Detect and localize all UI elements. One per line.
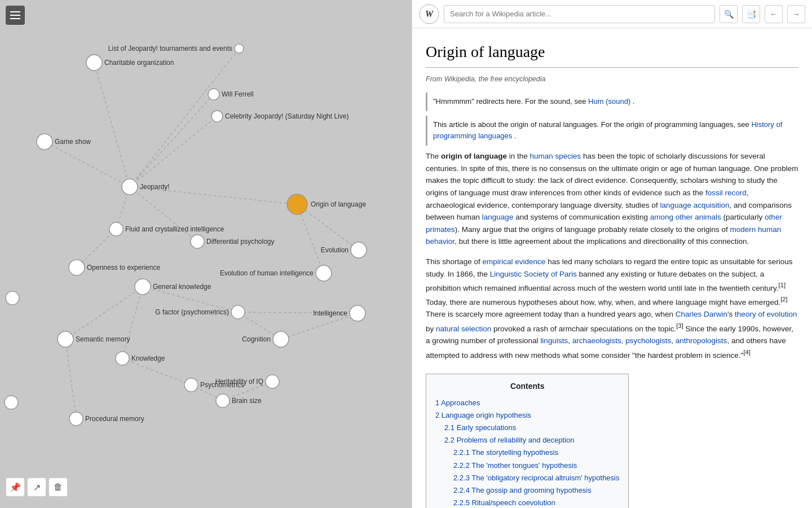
svg-point-59 (184, 378, 198, 392)
svg-line-6 (94, 63, 130, 187)
svg-point-29 (211, 111, 223, 122)
svg-point-41 (191, 235, 204, 248)
svg-point-55 (116, 352, 129, 365)
wiki-title: Origin of language (426, 40, 798, 68)
node-gen_knowledge[interactable]: General knowledge (135, 279, 211, 295)
toc-item[interactable]: 2.2.5 Ritual/speech coevolution (453, 497, 619, 508)
node-memory_left[interactable] (6, 291, 19, 305)
node-procedural_memory[interactable]: Procedural memory (69, 412, 144, 426)
wiki-content[interactable]: Origin of language From Wikipedia, the f… (412, 28, 812, 508)
svg-text:Evolution of human intelligenc: Evolution of human intelligence (220, 269, 314, 277)
node-memory_bottom[interactable] (5, 396, 18, 409)
svg-line-17 (122, 358, 191, 385)
node-game_show[interactable]: Game show (37, 134, 91, 150)
toc-item[interactable]: 2.2.3 The 'obligatory reciprocal altruis… (453, 472, 619, 484)
fossil-record-link[interactable]: fossil record (705, 189, 747, 197)
anthropologists-link[interactable]: anthropologists (676, 336, 727, 345)
svg-line-15 (65, 287, 143, 339)
node-semantic_memory[interactable]: Semantic memory (58, 331, 130, 347)
node-brain_size[interactable]: Brain size (216, 394, 262, 408)
svg-text:Fluid and crystallized intelli: Fluid and crystallized intelligence (125, 225, 224, 233)
empirical-evidence-link[interactable]: empirical evidence (483, 257, 546, 266)
svg-line-5 (130, 116, 217, 187)
toc-item[interactable]: 2.1 Early speculations (444, 422, 619, 434)
modern-human-behavior-link[interactable]: modern human behavior (426, 225, 781, 246)
charles-darwin-link[interactable]: Charles Darwin (676, 310, 727, 318)
svg-text:Charitable organization: Charitable organization (104, 59, 174, 67)
svg-point-49 (350, 305, 365, 321)
toc-item[interactable]: 2 Language origin hypothesis (435, 409, 619, 422)
node-will_ferrell[interactable]: Will Ferrell (208, 89, 254, 100)
svg-text:Origin of language: Origin of language (311, 200, 366, 208)
svg-text:Intelligence: Intelligence (313, 309, 347, 317)
svg-text:List of Jeopardy! tournaments : List of Jeopardy! tournaments and events (108, 45, 232, 52)
svg-line-7 (45, 142, 130, 187)
toc-item[interactable]: 1 Approaches (435, 397, 619, 409)
svg-point-57 (6, 291, 19, 305)
archaeologists-link[interactable]: archaeologists (572, 336, 621, 345)
wiki-panel: W 🔍 📑 ← → Origin of language From Wikipe… (412, 0, 812, 508)
linguists-link[interactable]: linguists (540, 336, 568, 345)
node-diff_psychology[interactable]: Differential psychology (191, 235, 275, 248)
back-button[interactable]: ← (765, 5, 783, 23)
svg-point-53 (58, 331, 73, 347)
svg-point-43 (69, 260, 85, 275)
svg-text:General knowledge: General knowledge (153, 283, 211, 291)
wiki-para-2: This shortage of empirical evidence has … (426, 256, 798, 361)
wiki-from-text: From Wikipedia, the free encyclopedia (426, 73, 798, 85)
other-primates-link[interactable]: other primates (426, 213, 782, 234)
toc-box: Contents 1 Approaches2 Language origin h… (426, 374, 629, 508)
navigate-button[interactable]: ↗ (27, 478, 46, 497)
toc-item[interactable]: 2.2 Problems of reliability and deceptio… (444, 434, 619, 446)
node-celebrity_jeopardy[interactable]: Celebrity Jeopardy! (Saturday Night Live… (211, 111, 348, 122)
linguistic-society-link[interactable]: Linguistic Society of Paris (490, 270, 577, 278)
theory-of-evolution-link[interactable]: theory of evolution (735, 310, 797, 318)
graph-toolbar: 📌 ↗ 🗑 (6, 478, 68, 497)
wiki-note-2: This article is about the origin of natu… (426, 116, 798, 146)
menu-button[interactable] (6, 6, 25, 25)
node-openness[interactable]: Openness to experience (69, 260, 160, 275)
hum-sound-link[interactable]: Hum (sound) (588, 97, 630, 106)
svg-text:Openness to experience: Openness to experience (87, 264, 160, 271)
svg-point-65 (69, 412, 83, 426)
node-list_jeopardy[interactable]: List of Jeopardy! tournaments and events (108, 44, 244, 53)
language-acquisition-link[interactable]: language acquisition (660, 201, 730, 209)
node-evolution_human[interactable]: Evolution of human intelligence (220, 265, 332, 281)
node-charitable_org[interactable]: Charitable organization (86, 55, 174, 71)
pin-button[interactable]: 📌 (6, 478, 25, 497)
search-button[interactable]: 🔍 (720, 5, 738, 23)
bookmark-button[interactable]: 📑 (742, 5, 760, 23)
svg-point-51 (273, 331, 289, 347)
among-other-animals-link[interactable]: among other animals (650, 213, 721, 221)
svg-text:Will Ferrell: Will Ferrell (222, 90, 254, 98)
toc-items: 1 Approaches2 Language origin hypothesis… (435, 397, 619, 508)
wiki-navbar: W 🔍 📑 ← → (412, 0, 812, 28)
svg-text:Heritability of IQ: Heritability of IQ (215, 378, 263, 386)
svg-text:Game show: Game show (55, 138, 91, 146)
toc-item[interactable]: 2.2.1 The storytelling hypothesis (453, 446, 619, 459)
psychologists-link[interactable]: psychologists (625, 336, 671, 345)
node-cognition[interactable]: Cognition (242, 331, 289, 347)
node-intelligence[interactable]: Intelligence (313, 305, 365, 321)
toc-item[interactable]: 2.2.2 The 'mother tongues' hypothesis (453, 459, 619, 472)
search-input[interactable] (444, 5, 715, 23)
human-species-link[interactable]: human species (530, 152, 581, 160)
svg-point-31 (86, 55, 102, 71)
node-g_factor[interactable]: G factor (psychometrics) (155, 305, 245, 319)
svg-point-39 (109, 222, 123, 236)
delete-button[interactable]: 🗑 (48, 478, 68, 497)
svg-point-47 (231, 305, 245, 319)
language-link[interactable]: language (482, 213, 514, 221)
toc-item[interactable]: 2.2.4 The gossip and grooming hypothesis (453, 484, 619, 497)
svg-text:Knowledge: Knowledge (131, 354, 165, 362)
node-origin[interactable]: Origin of language (287, 194, 366, 214)
svg-text:Celebrity Jeopardy! (Saturday : Celebrity Jeopardy! (Saturday Night Live… (225, 112, 348, 120)
node-fluid_crystallized[interactable]: Fluid and crystallized intelligence (109, 222, 224, 236)
forward-button[interactable]: → (787, 5, 805, 23)
node-jeopardy[interactable]: Jeopardy! (122, 179, 170, 195)
svg-text:G factor (psychometrics): G factor (psychometrics) (155, 308, 229, 316)
node-evolution[interactable]: Evolution (321, 242, 367, 258)
nodes-group[interactable]: Origin of languageJeopardy!List of Jeopa… (5, 44, 367, 426)
node-knowledge[interactable]: Knowledge (116, 352, 165, 365)
natural-selection-link[interactable]: natural selection (436, 324, 491, 332)
